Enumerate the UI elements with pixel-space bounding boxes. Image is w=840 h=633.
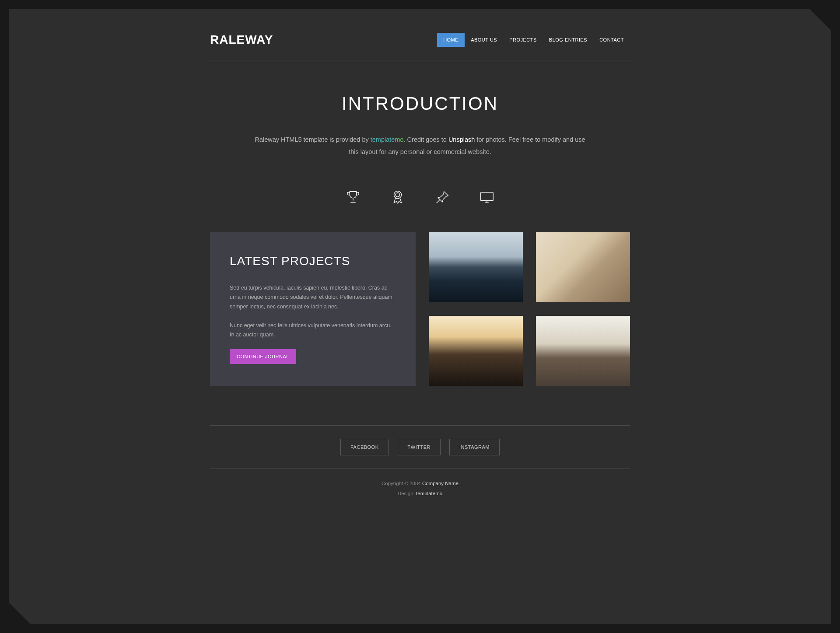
projects-title: LATEST PROJECTS <box>230 254 396 268</box>
svg-point-0 <box>394 191 401 199</box>
nav-contact[interactable]: CONTACT <box>593 33 630 47</box>
svg-point-1 <box>396 193 400 197</box>
instagram-button[interactable]: INSTAGRAM <box>449 439 500 455</box>
header: RALEWAY HOME ABOUT US PROJECTS BLOG ENTR… <box>210 9 630 60</box>
feature-icons <box>210 184 630 232</box>
templatemo-link-mo[interactable]: mo <box>395 136 403 143</box>
project-thumb-4[interactable] <box>536 316 630 386</box>
footer-copyright: Copyright © 2084 Company Name Design: te… <box>210 469 630 516</box>
projects-panel: LATEST PROJECTS Sed eu turpis vehicula, … <box>210 232 416 386</box>
badge-icon[interactable] <box>389 189 406 206</box>
nav-home[interactable]: HOME <box>437 33 465 47</box>
projects-para2: Nunc eget velit nec felis ultrices vulpu… <box>230 321 396 340</box>
nav-blog[interactable]: BLOG ENTRIES <box>543 33 593 47</box>
intro-title: INTRODUCTION <box>210 93 630 114</box>
trophy-icon[interactable] <box>344 189 362 206</box>
intro-text-mid: Credit goes to <box>406 136 448 143</box>
nav-projects[interactable]: PROJECTS <box>503 33 543 47</box>
copyright-text: Copyright © 2084 <box>382 481 422 486</box>
corner-cut-tr <box>809 9 831 31</box>
unsplash-link[interactable]: Unsplash <box>448 136 475 143</box>
design-text: Design: <box>398 491 416 496</box>
nav: HOME ABOUT US PROJECTS BLOG ENTRIES CONT… <box>437 33 630 47</box>
pin-icon[interactable] <box>434 189 451 206</box>
company-name-link[interactable]: Company Name <box>422 481 458 486</box>
continue-journal-button[interactable]: CONTINUE JOURNAL <box>230 349 296 364</box>
project-thumb-3[interactable] <box>429 316 523 386</box>
nav-about[interactable]: ABOUT US <box>465 33 503 47</box>
twitter-button[interactable]: TWITTER <box>398 439 441 455</box>
projects-section: LATEST PROJECTS Sed eu turpis vehicula, … <box>210 232 630 425</box>
monitor-icon[interactable] <box>478 189 496 206</box>
intro-section: INTRODUCTION Raleway HTML5 template is p… <box>210 60 630 184</box>
templatemo-footer-link[interactable]: templatemo <box>416 491 442 496</box>
page-frame: RALEWAY HOME ABOUT US PROJECTS BLOG ENTR… <box>9 9 831 624</box>
logo[interactable]: RALEWAY <box>210 33 273 47</box>
projects-grid <box>429 232 630 386</box>
project-thumb-2[interactable] <box>536 232 630 302</box>
facebook-button[interactable]: FACEBOOK <box>340 439 389 455</box>
project-thumb-1[interactable] <box>429 232 523 302</box>
intro-text: Raleway HTML5 template is provided by te… <box>249 134 591 158</box>
templatemo-link[interactable]: template <box>371 136 395 143</box>
footer-social: FACEBOOK TWITTER INSTAGRAM <box>210 426 630 469</box>
projects-para1: Sed eu turpis vehicula, iaculis sapien e… <box>230 283 396 311</box>
svg-rect-2 <box>481 192 494 201</box>
corner-cut-bl <box>9 602 31 624</box>
intro-text-before: Raleway HTML5 template is provided by <box>255 136 370 143</box>
